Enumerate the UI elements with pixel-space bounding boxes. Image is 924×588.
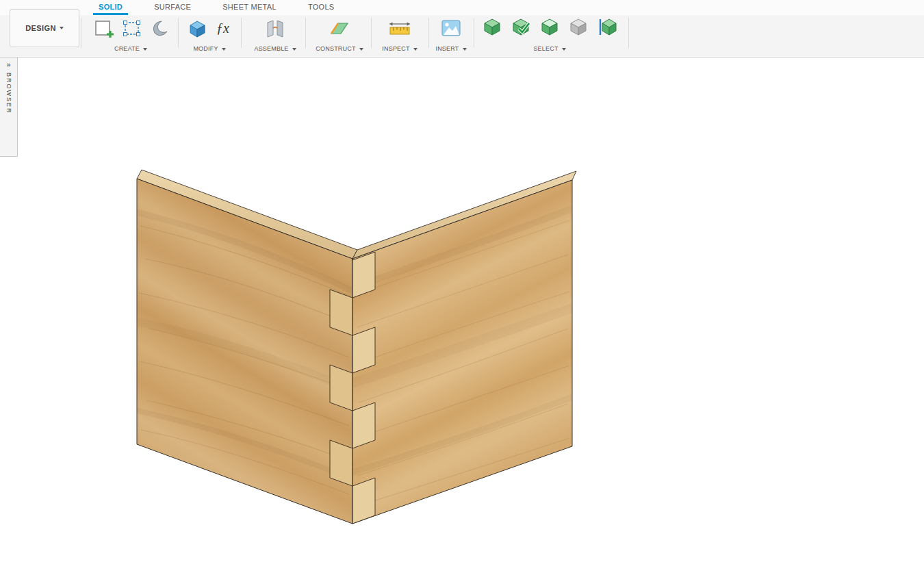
modify-label: MODIFY: [193, 45, 218, 52]
create-sketch-icon: [92, 16, 116, 40]
main-toolbar: SOLID SURFACE SHEET METAL TOOLS DESIGN: [0, 0, 924, 57]
fusion-window: SOLID SURFACE SHEET METAL TOOLS DESIGN: [0, 0, 924, 588]
model-svg: [0, 57, 924, 588]
toolbar-separator: [428, 18, 429, 48]
assemble-icons-row: [264, 16, 287, 40]
chevron-down-icon: [359, 48, 363, 51]
construction-plane-icon: [328, 16, 351, 40]
chevron-down-icon: [413, 48, 418, 51]
chevron-down-icon: [143, 48, 147, 51]
create-label: CREATE: [114, 45, 140, 52]
select-icons-row: [482, 16, 617, 37]
toolbar-separator: [81, 18, 81, 48]
chevron-down-icon: [292, 48, 296, 51]
expand-panel-icon: »: [6, 61, 10, 68]
toolbar-group-insert: INSERT: [431, 16, 471, 52]
tab-sheet-metal[interactable]: SHEET METAL: [217, 0, 282, 15]
joint-finger[interactable]: [352, 402, 375, 448]
joint-finger[interactable]: [352, 478, 375, 524]
toolbar-group-assemble: ASSEMBLE: [245, 16, 305, 52]
new-component-icon: [264, 16, 287, 40]
select-dropdown[interactable]: SELECT: [533, 45, 565, 52]
tab-surface[interactable]: SURFACE: [149, 0, 196, 15]
toolbar-separator: [305, 18, 306, 48]
select-face-button[interactable]: [539, 16, 560, 37]
create-icons-row: [92, 16, 169, 40]
insert-icons-row: [439, 16, 463, 40]
joint-finger[interactable]: [330, 365, 352, 411]
create-form-button[interactable]: [149, 16, 169, 40]
chevron-down-icon: [463, 48, 467, 51]
joint-finger[interactable]: [330, 290, 352, 335]
tab-solid-label: SOLID: [99, 3, 123, 11]
toolbar-group-construct: CONSTRUCT: [308, 16, 371, 52]
modify-icons-row: ƒx: [185, 16, 234, 40]
viewport-canvas[interactable]: [0, 57, 924, 588]
design-menu-label: DESIGN: [25, 24, 56, 32]
tab-surface-label: SURFACE: [154, 3, 191, 11]
tab-tools-label: TOOLS: [308, 3, 335, 11]
joint-finger[interactable]: [352, 252, 375, 298]
workspace-tab-bar: SOLID SURFACE SHEET METAL TOOLS: [0, 0, 924, 15]
chevron-down-icon: [222, 48, 226, 51]
box-joint-model[interactable]: [137, 170, 576, 524]
select-neutral-icon: [568, 16, 589, 37]
toolbar-separator: [241, 18, 242, 48]
press-pull-button[interactable]: [185, 16, 209, 40]
insert-label: INSERT: [435, 45, 459, 52]
select-face-icon: [539, 16, 560, 37]
select-neutral-button[interactable]: [568, 16, 589, 37]
change-parameters-button[interactable]: ƒx: [214, 16, 234, 40]
toolbar-group-modify: ƒx MODIFY: [181, 16, 238, 52]
chevron-down-icon: [562, 48, 566, 51]
construct-dropdown[interactable]: CONSTRUCT: [316, 45, 363, 52]
create-dropdown[interactable]: CREATE: [114, 45, 147, 52]
tab-solid[interactable]: SOLID: [93, 0, 128, 15]
select-label: SELECT: [533, 45, 558, 52]
construction-plane-button[interactable]: [328, 16, 351, 40]
measure-button[interactable]: [387, 16, 412, 40]
browser-panel-label: BROWSER: [5, 73, 12, 114]
chevron-down-icon: [60, 27, 64, 29]
insert-image-button[interactable]: [439, 16, 463, 40]
select-ok-button[interactable]: [511, 16, 531, 37]
construct-label: CONSTRUCT: [316, 45, 355, 52]
right-board-face[interactable]: [352, 180, 572, 524]
sketch-rectangle-button[interactable]: [120, 16, 144, 40]
construct-icons-row: [328, 16, 351, 40]
toolbar-group-create: CREATE: [85, 16, 177, 52]
insert-dropdown[interactable]: INSERT: [435, 45, 466, 52]
create-sketch-button[interactable]: [92, 16, 116, 40]
select-body-icon: [482, 16, 502, 37]
joint-finger[interactable]: [330, 440, 352, 486]
modify-dropdown[interactable]: MODIFY: [193, 45, 225, 52]
fx-icon: ƒx: [214, 16, 234, 40]
design-menu-button[interactable]: DESIGN: [10, 9, 79, 47]
press-pull-icon: [185, 16, 209, 40]
joint-finger[interactable]: [352, 327, 375, 373]
inspect-label: INSPECT: [382, 45, 409, 52]
select-window-button[interactable]: [597, 16, 617, 37]
measure-icon: [387, 16, 412, 40]
select-window-icon: [597, 16, 617, 37]
create-form-icon: [149, 16, 169, 40]
toolbar-separator: [178, 18, 179, 48]
tab-tools[interactable]: TOOLS: [303, 0, 340, 15]
assemble-dropdown[interactable]: ASSEMBLE: [254, 45, 296, 52]
new-component-button[interactable]: [264, 16, 287, 40]
toolbar-separator: [474, 18, 474, 48]
toolbar-group-select: SELECT: [478, 16, 621, 52]
fx-glyph: ƒx: [216, 21, 229, 36]
browser-panel-collapsed[interactable]: » BROWSER: [0, 57, 18, 157]
tab-sheet-metal-label: SHEET METAL: [222, 3, 277, 11]
select-body-button[interactable]: [482, 16, 502, 37]
insert-image-icon: [439, 16, 463, 40]
toolbar-separator: [628, 18, 629, 48]
sketch-rectangle-icon: [120, 16, 144, 40]
inspect-icons-row: [387, 16, 412, 40]
assemble-label: ASSEMBLE: [254, 45, 288, 52]
select-ok-icon: [511, 16, 531, 37]
toolbar-group-inspect: INSPECT: [375, 16, 424, 52]
toolbar-separator: [371, 18, 372, 48]
inspect-dropdown[interactable]: INSPECT: [382, 45, 417, 52]
